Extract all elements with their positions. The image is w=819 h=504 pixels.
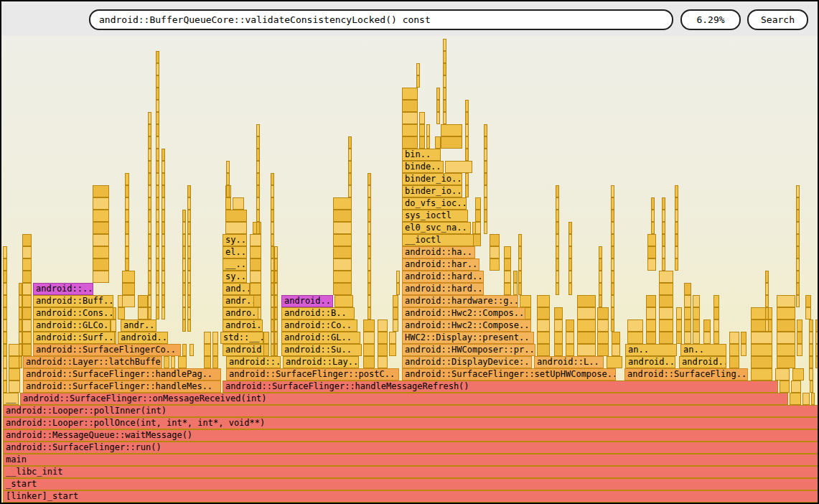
- flame-cell[interactable]: [256, 185, 260, 197]
- flame-cell[interactable]: [693, 319, 700, 332]
- flame-cell[interactable]: [156, 222, 159, 234]
- flame-cell[interactable]: [3, 283, 7, 295]
- search-input[interactable]: [89, 9, 673, 30]
- flame-cell[interactable]: [684, 295, 691, 307]
- flame-cell[interactable]: [646, 295, 656, 307]
- flame-cell[interactable]: [148, 307, 151, 319]
- flame-cell[interactable]: [256, 197, 260, 210]
- flame-cell[interactable]: [162, 307, 165, 319]
- flame-cell[interactable]: [156, 88, 159, 100]
- flame-cell[interactable]: [271, 173, 274, 185]
- flame-cell[interactable]: [182, 344, 187, 356]
- flame-frame[interactable]: sy..: [223, 234, 247, 246]
- flame-cell[interactable]: [93, 246, 109, 258]
- flame-cell[interactable]: [9, 381, 20, 393]
- flame-cell[interactable]: [815, 332, 819, 344]
- flame-cell[interactable]: [780, 381, 790, 393]
- flame-frame[interactable]: android::Co..: [281, 319, 357, 332]
- flame-frame[interactable]: android..: [281, 295, 333, 307]
- flame-cell[interactable]: [777, 332, 795, 344]
- flame-frame[interactable]: bin..: [402, 149, 441, 161]
- flame-cell[interactable]: [741, 332, 747, 344]
- flame-cell[interactable]: [22, 344, 32, 356]
- flame-cell[interactable]: [465, 124, 469, 136]
- flame-cell[interactable]: [182, 319, 186, 332]
- flame-cell[interactable]: [348, 136, 352, 149]
- flame-frame[interactable]: android::hard..: [402, 271, 484, 283]
- flame-cell[interactable]: [662, 246, 665, 258]
- flame-cell[interactable]: [368, 185, 371, 197]
- flame-frame[interactable]: an..: [680, 344, 726, 356]
- flame-cell[interactable]: [225, 210, 247, 222]
- flame-frame[interactable]: android::Hwc2::Compos..: [402, 307, 525, 319]
- flame-cell[interactable]: [577, 307, 596, 319]
- flame-frame[interactable]: android::SurfaceFlinger::handleMes..: [23, 381, 221, 393]
- flame-cell[interactable]: [93, 185, 109, 197]
- flame-cell[interactable]: [226, 161, 230, 173]
- flame-cell[interactable]: [156, 136, 159, 149]
- flame-cell[interactable]: [256, 124, 260, 136]
- flame-cell[interactable]: [537, 332, 550, 344]
- flame-cell[interactable]: [729, 356, 739, 368]
- flame-cell[interactable]: [751, 356, 772, 368]
- flame-frame[interactable]: android::ha..: [402, 246, 475, 258]
- flame-cell[interactable]: [465, 185, 469, 197]
- flame-cell[interactable]: [156, 161, 159, 173]
- flame-cell[interactable]: [148, 124, 151, 136]
- flame-cell[interactable]: [684, 319, 691, 332]
- flame-cell[interactable]: [662, 222, 665, 234]
- flame-cell[interactable]: [250, 258, 261, 271]
- flame-cell[interactable]: [796, 222, 800, 234]
- flame-cell[interactable]: [333, 246, 352, 258]
- flame-cell[interactable]: [368, 271, 371, 283]
- flame-cell[interactable]: [125, 258, 129, 271]
- flame-cell[interactable]: [675, 222, 678, 234]
- flame-frame[interactable]: el0_svc_na..: [402, 222, 471, 234]
- flame-cell[interactable]: [484, 136, 487, 149]
- flame-cell[interactable]: [809, 368, 813, 381]
- flame-cell[interactable]: [777, 295, 795, 307]
- flame-cell[interactable]: [363, 319, 375, 332]
- flame-cell[interactable]: [751, 307, 772, 319]
- flame-cell[interactable]: [225, 222, 247, 234]
- flame-cell[interactable]: [402, 88, 418, 100]
- flame-cell[interactable]: [3, 344, 7, 356]
- flame-cell[interactable]: [22, 319, 32, 332]
- flame-cell[interactable]: [187, 234, 191, 246]
- flame-cell[interactable]: [187, 258, 191, 271]
- flame-cell[interactable]: [809, 344, 813, 356]
- flamegraph-canvas[interactable]: [linker]_start_start__libc_initmainandro…: [1, 1, 818, 503]
- flame-cell[interactable]: [675, 258, 678, 271]
- flame-cell[interactable]: [402, 100, 418, 112]
- flame-cell[interactable]: [504, 258, 511, 271]
- flame-frame[interactable]: andr..: [121, 319, 156, 332]
- flame-cell[interactable]: [465, 173, 469, 185]
- flame-cell[interactable]: [182, 271, 186, 283]
- flame-cell[interactable]: [256, 136, 260, 149]
- flame-cell[interactable]: [182, 222, 186, 234]
- flame-cell[interactable]: [518, 283, 522, 295]
- flame-cell[interactable]: [504, 246, 511, 258]
- flame-cell[interactable]: [805, 307, 811, 319]
- flame-cell[interactable]: [729, 332, 739, 344]
- flame-cell[interactable]: [333, 234, 352, 246]
- flame-frame[interactable]: el..: [223, 246, 247, 258]
- flame-cell[interactable]: [156, 283, 159, 295]
- flame-frame[interactable]: _start: [3, 478, 819, 490]
- flame-frame[interactable]: android:..: [223, 344, 264, 356]
- flame-cell[interactable]: [577, 319, 596, 332]
- flame-cell[interactable]: [513, 283, 518, 295]
- flame-cell[interactable]: [250, 234, 261, 246]
- flame-cell[interactable]: [554, 332, 563, 344]
- flame-cell[interactable]: [796, 234, 800, 246]
- flame-cell[interactable]: [22, 283, 32, 295]
- flame-cell[interactable]: [651, 197, 655, 210]
- flame-cell[interactable]: [226, 173, 230, 185]
- flame-cell[interactable]: [156, 149, 159, 161]
- flame-cell[interactable]: [396, 271, 400, 283]
- flame-cell[interactable]: [19, 356, 22, 368]
- flame-cell[interactable]: [204, 356, 211, 368]
- flame-cell[interactable]: [22, 295, 32, 307]
- flame-frame[interactable]: main: [3, 454, 819, 466]
- flame-cell[interactable]: [348, 149, 352, 161]
